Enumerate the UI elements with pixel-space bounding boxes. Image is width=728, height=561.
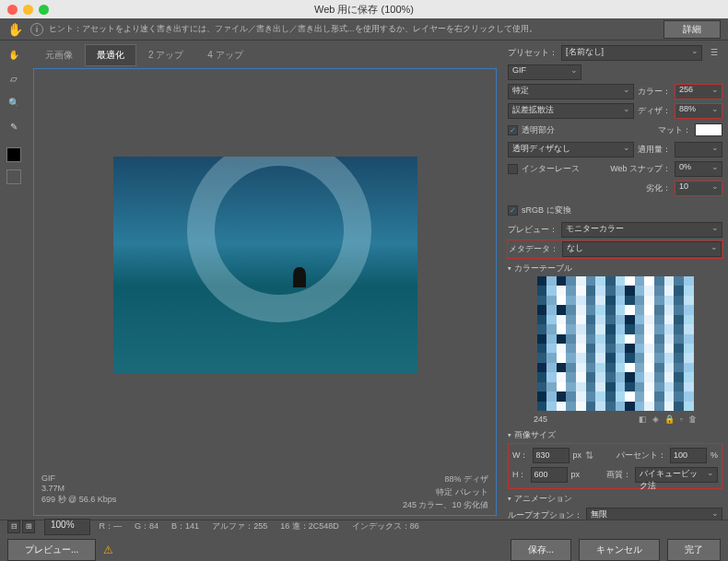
websnap-select[interactable]: 0% [675, 161, 722, 177]
preview-info: GIF 3.77M 699 秒 @ 56.6 Kbps 88% ディザ 特定 パ… [41, 473, 488, 511]
lossy-label: 劣化： [646, 182, 671, 194]
srgb-label: sRGB に変換 [522, 205, 571, 216]
interlace-label: インターレース [522, 163, 580, 175]
animation-header[interactable]: アニメーション [508, 493, 722, 505]
info-g: G：84 [135, 520, 159, 532]
image-size-header[interactable]: 画像サイズ [508, 429, 722, 441]
preset-label: プリセット： [508, 47, 558, 59]
zoom-select[interactable]: 100% [44, 519, 90, 535]
info-palette: 特定 パレット [403, 486, 488, 498]
transparency-checkbox[interactable]: ✓ [508, 125, 518, 135]
slice-tool-icon[interactable]: ▱ [6, 70, 22, 87]
percent-input[interactable] [670, 448, 707, 463]
ct-new-icon[interactable]: ▫ [680, 415, 683, 424]
height-input[interactable] [531, 467, 568, 483]
preview-image [113, 157, 417, 373]
info-icon: i [30, 23, 43, 36]
info-b: B：141 [171, 520, 199, 532]
info-format: GIF [41, 473, 116, 483]
detail-button[interactable]: 詳細 [663, 20, 721, 39]
lossy-select[interactable]: 10 [675, 181, 722, 196]
preview-tabs: 元画像 最適化 2 アップ 4 アップ [28, 41, 502, 66]
info-time: 699 秒 @ 56.6 Kbps [41, 494, 116, 506]
window-title: Web 用に保存 (100%) [0, 3, 728, 17]
titlebar: Web 用に保存 (100%) [0, 0, 728, 18]
h-label: H： [512, 469, 527, 481]
save-button[interactable]: 保存... [511, 539, 571, 561]
quality-label: 画質： [606, 469, 631, 481]
info-size: 3.77M [41, 484, 116, 493]
foreground-swatch[interactable] [6, 147, 21, 162]
tab-2up[interactable]: 2 アップ [136, 44, 195, 66]
info-r: R：— [100, 520, 123, 532]
ct-lock-icon[interactable]: 🔒 [664, 415, 675, 424]
warning-icon: ⚠ [103, 543, 113, 556]
reduction-select[interactable]: 特定 [508, 84, 634, 99]
h-unit: px [571, 470, 581, 479]
loop-select[interactable]: 無限 [586, 508, 722, 520]
info-alpha: アルファ：255 [212, 520, 267, 532]
hand-tool-icon[interactable]: ✋ [6, 46, 22, 63]
tab-original[interactable]: 元画像 [33, 44, 85, 66]
preset-select[interactable]: [名前なし] [561, 45, 702, 61]
ct-trash-icon[interactable]: 🗑 [688, 415, 697, 424]
tab-optimized[interactable]: 最適化 [85, 44, 136, 66]
eyedropper-tool-icon[interactable]: ✎ [6, 118, 22, 134]
tool-palette: ✋ ▱ 🔍 ✎ [0, 41, 28, 520]
dither-select[interactable]: 88% [675, 103, 722, 119]
format-select[interactable]: GIF [508, 64, 581, 80]
metadata-label: メタデータ： [509, 243, 558, 255]
tab-4up[interactable]: 4 アップ [195, 44, 254, 66]
percent-label: パーセント： [616, 450, 666, 462]
pct-unit: % [710, 450, 718, 460]
hand-tool-icon[interactable]: ✋ [7, 22, 23, 37]
hint-text: ヒント：アセットをより速く書き出すには、ファイル／書き出し／書き出し形式...を… [49, 23, 663, 35]
amount-select[interactable] [675, 142, 722, 158]
zoom-tool-icon[interactable]: 🔍 [6, 94, 22, 111]
diffusion-select[interactable]: 誤差拡散法 [508, 103, 634, 119]
metadata-select[interactable]: なし [562, 241, 722, 257]
info-index: インデックス：86 [352, 520, 419, 532]
ct-icon-1[interactable]: ◧ [639, 415, 647, 424]
footer: ⊟ ⊞ 100% R：— G：84 B：141 アルファ：255 16 進：2C… [0, 520, 728, 558]
toggle-swatch[interactable] [6, 169, 21, 184]
preview-button[interactable]: プレビュー... [7, 539, 96, 561]
preview-select[interactable]: モニターカラー [561, 222, 722, 238]
srgb-checkbox[interactable]: ✓ [508, 205, 518, 216]
preview-label: プレビュー： [508, 224, 558, 236]
color-count: 245 [534, 415, 547, 424]
color-label: カラー： [638, 86, 671, 98]
preview-canvas[interactable]: GIF 3.77M 699 秒 @ 56.6 Kbps 88% ディザ 特定 パ… [33, 68, 497, 516]
trans-dither-select[interactable]: 透明ディザなし [508, 142, 634, 158]
link-icon[interactable]: ⇅ [585, 450, 593, 462]
info-colors: 245 カラー、10 劣化値 [403, 499, 488, 511]
transparency-label: 透明部分 [522, 124, 555, 136]
ct-icon-2[interactable]: ◈ [652, 415, 659, 424]
amount-label: 適用量： [638, 144, 671, 156]
w-unit: px [573, 450, 582, 460]
color-table-header[interactable]: カラーテーブル [508, 263, 722, 275]
settings-panel: プリセット： [名前なし] ☰ GIF 特定 カラー： 256 誤差拡散法 ディ… [502, 41, 728, 520]
dither-label: ディザ： [638, 105, 671, 117]
color-table[interactable] [537, 276, 694, 411]
w-label: W： [512, 450, 529, 462]
info-dither: 88% ディザ [403, 473, 488, 485]
info-hex: 16 進：2C548D [280, 520, 339, 532]
websnap-label: Web スナップ： [610, 163, 671, 175]
interlace-checkbox[interactable] [508, 164, 518, 174]
zoom-out-button[interactable]: ⊟ [7, 520, 20, 533]
color-select[interactable]: 256 [675, 84, 722, 99]
hint-bar: ✋ i ヒント：アセットをより速く書き出すには、ファイル／書き出し／書き出し形式… [0, 18, 728, 41]
cancel-button[interactable]: キャンセル [579, 539, 660, 561]
width-input[interactable] [533, 448, 569, 463]
matte-label: マット： [658, 124, 691, 136]
done-button[interactable]: 完了 [667, 539, 721, 561]
zoom-in-button[interactable]: ⊞ [22, 520, 35, 533]
preset-menu-icon[interactable]: ☰ [706, 44, 722, 61]
quality-select[interactable]: バイキュービック法 [635, 467, 718, 483]
matte-swatch[interactable] [695, 123, 722, 136]
